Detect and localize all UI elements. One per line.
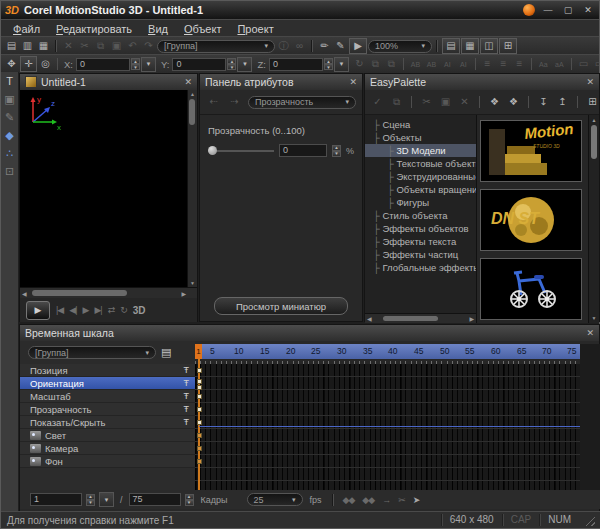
- x-input[interactable]: 0: [76, 58, 130, 71]
- thumbnail-vertical-scrollbar[interactable]: ▲ ▼: [588, 115, 599, 323]
- copy-icon[interactable]: ⧉: [389, 95, 404, 109]
- lasso-tool-icon[interactable]: ✎: [5, 112, 14, 123]
- align-left-button[interactable]: ≡: [480, 57, 495, 71]
- move-keyframe-icon[interactable]: →: [382, 495, 390, 505]
- step-forward-button[interactable]: ▶: [83, 305, 89, 315]
- menu-project[interactable]: Проект: [229, 22, 281, 36]
- save-file-button[interactable]: ▦: [36, 39, 51, 53]
- align-right-button[interactable]: ≡: [512, 57, 527, 71]
- maximize-button[interactable]: ▢: [561, 5, 575, 15]
- scale-up-text-button[interactable]: Aa: [536, 57, 551, 71]
- shape-tool-icon[interactable]: ▣: [4, 94, 14, 105]
- go-to-start-button[interactable]: |◀: [56, 305, 63, 315]
- row-orientation[interactable]: Ориентация Ŧ: [20, 377, 195, 390]
- attributes-panel-header[interactable]: Панель атрибутов ✕: [200, 74, 362, 90]
- viewport-horizontal-scrollbar[interactable]: ◀ ▶: [20, 287, 197, 298]
- particle-dots-tool-icon[interactable]: ∴: [6, 148, 13, 159]
- row-show-hide[interactable]: Показать/Скрыть Ŧ: [20, 416, 195, 429]
- go-to-end-button[interactable]: ▶|: [94, 305, 101, 315]
- camera-button-1[interactable]: ▭: [576, 57, 591, 71]
- thumbnail-motion-trophy[interactable]: Motion STUDIO 3D: [480, 120, 582, 182]
- timeline-track-area[interactable]: [195, 364, 580, 492]
- current-frame-marker[interactable]: 1: [195, 344, 202, 359]
- timeline-group-dropdown[interactable]: [Группа] ▾: [28, 346, 156, 359]
- cut-button[interactable]: ✂: [77, 39, 92, 53]
- paint-render-button[interactable]: ✎: [333, 39, 348, 53]
- path-button-1[interactable]: ⧉: [368, 57, 383, 71]
- current-frame-input[interactable]: 1: [30, 493, 82, 506]
- y-flyout-button[interactable]: ▼: [237, 57, 252, 72]
- delete-button[interactable]: ✕: [61, 39, 76, 53]
- export-tray-icon[interactable]: ↥: [555, 95, 570, 109]
- row-position[interactable]: Позиция Ŧ: [20, 364, 195, 377]
- text-tool-icon[interactable]: T: [6, 76, 13, 87]
- tree-horizontal-scrollbar[interactable]: ◀ ▶: [365, 313, 476, 323]
- next-keyframe-icon[interactable]: ◆◆: [362, 495, 374, 505]
- tree-item-objects[interactable]: Объекты: [365, 131, 476, 144]
- pin-icon[interactable]: Ŧ: [184, 391, 190, 401]
- menu-object[interactable]: Объект: [176, 22, 229, 36]
- paste-icon[interactable]: ▣: [438, 95, 453, 109]
- rotate-button[interactable]: ↻: [352, 57, 367, 71]
- x-stepper[interactable]: ▲▼: [131, 58, 140, 70]
- viewport-panel-header[interactable]: Untitled-1 ✕: [20, 74, 197, 90]
- close-button[interactable]: ✕: [581, 5, 595, 15]
- keyframe-marker[interactable]: [197, 368, 202, 373]
- repeat-button[interactable]: ↻: [120, 305, 127, 315]
- transparency-slider[interactable]: [208, 146, 274, 155]
- open-file-button[interactable]: ▥: [20, 39, 35, 53]
- go-keyframe-icon[interactable]: ➤: [413, 495, 420, 505]
- next-attribute-icon[interactable]: ⇢: [227, 95, 242, 109]
- attribute-dropdown[interactable]: Прозрачность ▾: [248, 96, 356, 109]
- camera-button-2[interactable]: ▭: [592, 57, 600, 71]
- copy-button[interactable]: ⧉: [93, 39, 108, 53]
- thumbnail-gold-globe[interactable]: DN ST: [480, 189, 582, 251]
- z-input[interactable]: 0: [269, 58, 323, 71]
- zoom-dropdown[interactable]: 100% ▾: [368, 40, 432, 53]
- import-tray-icon[interactable]: ↧: [536, 95, 551, 109]
- prev-keyframe-icon[interactable]: ◆◆: [343, 495, 355, 505]
- group-select-dropdown[interactable]: [Группа] ▾: [157, 40, 275, 53]
- row-transparency[interactable]: Прозрачность Ŧ: [20, 403, 195, 416]
- close-icon[interactable]: ✕: [184, 77, 192, 87]
- close-icon[interactable]: ✕: [586, 77, 594, 87]
- keyframe-marker[interactable]: [197, 433, 202, 438]
- frame-flyout-button[interactable]: ▼: [99, 492, 114, 507]
- toggle-timeline-button[interactable]: ◫: [480, 38, 498, 54]
- redo-button[interactable]: ↷: [141, 39, 156, 53]
- tree-item-lathe-objects[interactable]: Объекты вращения: [365, 183, 476, 196]
- z-stepper[interactable]: ▲▼: [324, 58, 333, 70]
- record-all-icon[interactable]: ❖: [506, 95, 521, 109]
- keyframe-marker[interactable]: [197, 459, 202, 464]
- loop-button[interactable]: ⇄: [108, 305, 115, 315]
- pin-icon[interactable]: Ŧ: [184, 404, 190, 414]
- move-tool-button[interactable]: ✛: [20, 56, 37, 72]
- keyframe-marker[interactable]: [197, 385, 202, 390]
- new-file-button[interactable]: ▤: [4, 39, 19, 53]
- tree-item-text-effects[interactable]: Эффекты текста: [365, 235, 476, 248]
- pin-icon[interactable]: Ŧ: [184, 365, 190, 375]
- undo-button[interactable]: ↶: [125, 39, 140, 53]
- cut-keyframe-icon[interactable]: ✂: [398, 495, 405, 505]
- preview-button[interactable]: ▶: [349, 38, 367, 54]
- link-button[interactable]: ∞: [292, 39, 307, 53]
- close-icon[interactable]: ✕: [586, 328, 594, 338]
- fps-dropdown[interactable]: 25 ▾: [247, 493, 303, 506]
- delete-icon[interactable]: ✕: [457, 95, 472, 109]
- path-button-2[interactable]: ⧉: [384, 57, 399, 71]
- toggle-layout-button[interactable]: ⊞: [499, 38, 517, 54]
- current-frame-stepper[interactable]: ▲▼: [86, 494, 95, 506]
- thumbnail-tricycle[interactable]: [480, 258, 582, 320]
- easypalette-header[interactable]: EasyPalette ✕: [365, 74, 599, 90]
- particle-tool-icon[interactable]: ◆: [5, 130, 13, 141]
- total-frames-stepper[interactable]: ▲▼: [185, 494, 194, 506]
- kerning-button-2[interactable]: AB: [424, 57, 439, 71]
- apply-icon[interactable]: ✓: [370, 95, 385, 109]
- info-button[interactable]: ⓘ: [276, 39, 291, 53]
- edit-tool-icon[interactable]: ⊡: [5, 166, 14, 177]
- viewport-canvas[interactable]: y z x ▲ ▼: [20, 90, 197, 287]
- paste-button[interactable]: ▣: [109, 39, 124, 53]
- pin-icon[interactable]: Ŧ: [184, 417, 190, 427]
- keyframe-marker[interactable]: [197, 420, 202, 425]
- keyframe-marker[interactable]: [197, 446, 202, 451]
